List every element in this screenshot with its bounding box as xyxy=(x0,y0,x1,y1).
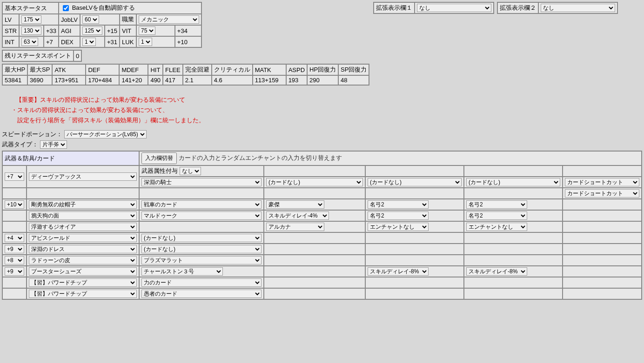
r5-refine[interactable]: +4 xyxy=(5,234,24,242)
r2-item[interactable]: 剛勇無双の紋帽子 xyxy=(29,200,137,209)
r6-refine[interactable]: +9 xyxy=(5,245,24,253)
remain-label: 残りステータスポイント xyxy=(3,51,73,61)
v-hprec: 290 xyxy=(308,76,338,85)
r3-item[interactable]: 鴉天狗の面 xyxy=(29,211,137,220)
r0-card3[interactable]: (カードなし) xyxy=(368,178,462,186)
r3-card4[interactable]: 名弓2 xyxy=(466,211,527,220)
h-sprec: SP回復力 xyxy=(339,65,369,75)
str-select[interactable]: 130 xyxy=(21,26,41,35)
r2-card2[interactable]: 豪傑 xyxy=(266,200,324,209)
auto-adjust-checkbox[interactable] xyxy=(63,5,69,11)
r5-card1[interactable]: (カードなし) xyxy=(141,234,262,242)
r2-refine[interactable]: +10 xyxy=(5,200,24,209)
int-select[interactable]: 63 xyxy=(21,38,38,46)
r7-item[interactable]: ラドゥーンの皮 xyxy=(29,256,137,264)
agi-select[interactable]: 125 xyxy=(82,26,102,35)
remain-value: 0 xyxy=(74,51,81,61)
h-maxsp: 最大SP xyxy=(28,65,52,75)
r9-card1[interactable]: 力のカード xyxy=(141,278,262,287)
r7-card1[interactable]: プラズマラット xyxy=(141,256,262,264)
r3-card3[interactable]: 名弓2 xyxy=(368,211,429,220)
ext2-label: 拡張表示欄２ xyxy=(498,3,538,13)
v-maxsp: 3690 xyxy=(28,76,52,85)
vit-label: VIT xyxy=(120,26,136,36)
swap-button[interactable]: 入力欄切替 xyxy=(141,152,177,164)
r0-item[interactable]: ディーヴァアックス xyxy=(29,172,137,181)
r0-card4[interactable]: (カードなし) xyxy=(466,178,560,186)
ext1-label: 拡張表示欄１ xyxy=(374,3,414,13)
joblv-label: JobLV xyxy=(59,14,80,25)
h-atk: ATK xyxy=(53,65,85,75)
v-hit: 490 xyxy=(148,76,162,85)
h-hprec: HP回復力 xyxy=(308,65,338,75)
h-flee: FLEE xyxy=(163,65,182,75)
notice-title: 【重要】スキルの習得状況によって効果が変わる装備について xyxy=(16,95,642,105)
v-maxhp: 53841 xyxy=(3,76,27,85)
r6-card1[interactable]: (カードなし) xyxy=(141,245,262,253)
r0-card1[interactable]: 深淵の騎士 xyxy=(141,178,262,186)
ext2-select[interactable]: なし xyxy=(541,4,615,12)
h-hit: HIT xyxy=(148,65,162,75)
dex-select[interactable]: 1 xyxy=(82,38,96,46)
v-mdef: 141+20 xyxy=(120,76,148,85)
h-def: DEF xyxy=(86,65,119,75)
auto-adjust-label: BaseLVを自動調節する xyxy=(72,4,135,11)
h-cri: クリティカル xyxy=(212,65,252,75)
luk-bonus: +10 xyxy=(175,37,201,47)
v-matk: 113+159 xyxy=(253,76,286,85)
eq-header: 武器＆防具/カード xyxy=(3,152,139,165)
r0-card2[interactable]: (カードなし) xyxy=(266,178,363,186)
v-sprec: 48 xyxy=(339,76,369,85)
h-maxhp: 最大HP xyxy=(3,65,27,75)
job-select[interactable]: メカニック xyxy=(139,15,199,24)
r3-card1[interactable]: マルドゥーク xyxy=(141,211,262,220)
h-aspd: ASPD xyxy=(287,65,307,75)
r8-card4[interactable]: スキルディレイ-8% xyxy=(466,267,527,276)
r10-item[interactable]: 【習】パワードチップ xyxy=(29,290,137,298)
watt-select[interactable]: なし xyxy=(180,167,201,175)
job-label: 職業 xyxy=(120,14,136,25)
speed-select[interactable]: バーサークポーション(Lv85) xyxy=(64,130,147,139)
str-label: STR xyxy=(3,26,19,36)
dex-label: DEX xyxy=(59,37,80,47)
wtype-select[interactable]: 片手斧 xyxy=(40,140,67,149)
notice-l1: ・スキルの習得状況によって効果が変わる装備について、 xyxy=(11,105,642,115)
r0-shortcut[interactable]: カードショートカット xyxy=(565,178,639,186)
r0-refine[interactable]: +7 xyxy=(5,172,24,181)
r8-item[interactable]: ブースターシューズ xyxy=(29,267,137,276)
r7-refine[interactable]: +8 xyxy=(5,256,24,264)
r4-card4[interactable]: エンチャントなし xyxy=(466,223,527,231)
r1-shortcut[interactable]: カードショートカット xyxy=(565,189,639,198)
lv-label: LV xyxy=(3,14,19,25)
lv-select[interactable]: 175 xyxy=(21,15,41,24)
r4-card3[interactable]: エンチャントなし xyxy=(368,223,429,231)
watt-label: 武器属性付与 xyxy=(141,167,178,174)
r10-card1[interactable]: 愚者のカード xyxy=(141,290,262,298)
notice-l2: 設定を行う場所を「習得スキル（装備効果用）」欄に統一しました。 xyxy=(11,115,642,125)
int-label: INT xyxy=(3,37,19,47)
r8-refine[interactable]: +9 xyxy=(5,267,24,276)
r6-item[interactable]: 深淵のドレス xyxy=(29,245,137,253)
luk-select[interactable]: 1 xyxy=(139,38,152,46)
r2-card1[interactable]: 戦車のカード xyxy=(141,200,262,209)
r5-item[interactable]: アビスシールド xyxy=(29,234,137,242)
v-atk: 173+951 xyxy=(53,76,85,85)
r8-card1[interactable]: チャールストン３号 xyxy=(141,267,223,276)
r2-card3[interactable]: 名弓2 xyxy=(368,200,429,209)
r3-card2[interactable]: スキルディレイ-4% xyxy=(266,211,329,220)
vit-select[interactable]: 75 xyxy=(139,26,155,35)
v-pd: 2.1 xyxy=(183,76,211,85)
joblv-select[interactable]: 60 xyxy=(82,15,99,24)
r4-item[interactable]: 浮遊するジオイア xyxy=(29,223,137,231)
r4-card2[interactable]: アルカナ xyxy=(266,223,324,231)
notice-block: 【重要】スキルの習得状況によって効果が変わる装備について ・スキルの習得状況によ… xyxy=(16,95,642,125)
h-matk: MATK xyxy=(253,65,286,75)
h-mdef: MDEF xyxy=(120,65,148,75)
r9-item[interactable]: 【習】パワードチップ xyxy=(29,278,137,287)
agi-bonus: +15 xyxy=(105,26,119,36)
str-bonus: +33 xyxy=(44,26,58,36)
ext1-select[interactable]: なし xyxy=(417,4,491,12)
dex-bonus: +31 xyxy=(105,37,119,47)
r2-card4[interactable]: 名弓2 xyxy=(466,200,527,209)
r8-card3[interactable]: スキルディレイ-8% xyxy=(368,267,429,276)
